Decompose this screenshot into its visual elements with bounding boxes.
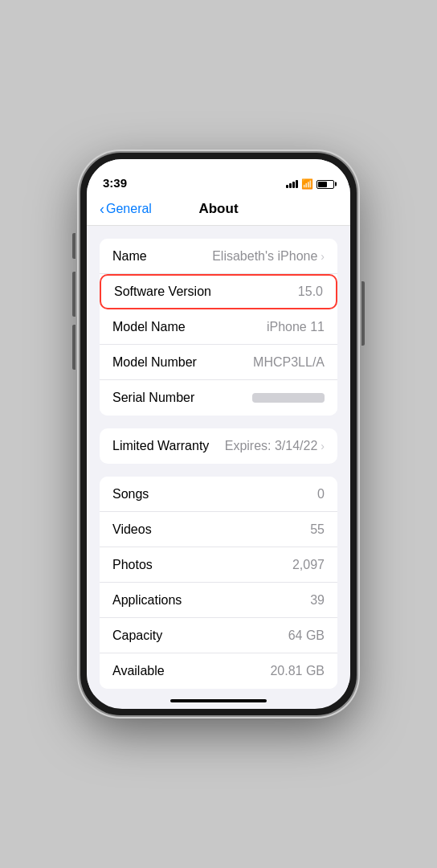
status-time: 3:39 xyxy=(103,176,127,190)
table-row: Videos 55 xyxy=(100,512,337,547)
battery-fill xyxy=(318,182,327,187)
row-label-serial-number: Serial Number xyxy=(112,391,194,405)
row-label-applications: Applications xyxy=(112,593,182,608)
signal-icon xyxy=(286,180,298,188)
status-icons: 📶 xyxy=(286,178,334,190)
status-bar: 3:39 📶 xyxy=(87,159,350,194)
battery-icon xyxy=(317,180,334,189)
row-label-songs: Songs xyxy=(112,487,149,502)
table-row[interactable]: Name Elisabeth's iPhone › xyxy=(100,239,337,274)
row-label-name: Name xyxy=(112,249,147,264)
row-label-videos: Videos xyxy=(112,522,152,537)
row-value-model-name: iPhone 11 xyxy=(267,320,325,334)
row-value-available: 20.81 GB xyxy=(270,664,325,678)
volume-down-button[interactable] xyxy=(72,325,76,370)
settings-group-1: Name Elisabeth's iPhone › Software Versi… xyxy=(100,239,337,416)
phone-screen: 3:39 📶 ‹ General About xyxy=(87,159,350,709)
settings-group-2: Limited Warranty Expires: 3/14/22 › xyxy=(100,428,337,464)
row-label-available: Available xyxy=(112,664,165,678)
phone-frame: 3:39 📶 ‹ General About xyxy=(80,153,357,715)
row-label-model-number: Model Number xyxy=(112,355,197,370)
row-value-songs: 0 xyxy=(317,487,325,502)
row-label-capacity: Capacity xyxy=(112,628,162,643)
table-row[interactable]: Model Name iPhone 11 xyxy=(100,309,337,345)
row-value-name: Elisabeth's iPhone › xyxy=(212,249,325,264)
table-row[interactable]: Limited Warranty Expires: 3/14/22 › xyxy=(100,428,337,464)
row-value-software-version: 15.0 xyxy=(298,285,323,299)
table-row[interactable]: Serial Number xyxy=(100,380,337,416)
mute-button[interactable] xyxy=(72,233,76,259)
navigation-bar: ‹ General About xyxy=(87,194,350,226)
row-value-serial-number xyxy=(252,393,325,403)
row-value-capacity: 64 GB xyxy=(288,628,325,643)
row-label-software-version: Software Version xyxy=(114,285,211,299)
settings-group-3: Songs 0 Videos 55 Photos 2,097 Applicati… xyxy=(100,477,337,689)
row-label-limited-warranty: Limited Warranty xyxy=(112,439,209,453)
volume-up-button[interactable] xyxy=(72,272,76,317)
table-row[interactable]: Software Version 15.0 xyxy=(100,274,337,309)
row-value-photos: 2,097 xyxy=(292,558,325,572)
row-label-photos: Photos xyxy=(112,558,153,572)
table-row: Photos 2,097 xyxy=(100,547,337,583)
back-label: General xyxy=(106,202,152,216)
chevron-right-icon: › xyxy=(321,250,325,263)
table-row: Capacity 64 GB xyxy=(100,618,337,653)
home-indicator[interactable] xyxy=(170,699,267,702)
table-row: Applications 39 xyxy=(100,583,337,618)
blurred-value xyxy=(252,393,325,403)
row-value-limited-warranty: Expires: 3/14/22 › xyxy=(225,439,325,453)
table-row: Available 20.81 GB xyxy=(100,653,337,689)
wifi-icon: 📶 xyxy=(301,178,313,190)
row-value-model-number: MHCP3LL/A xyxy=(253,355,325,370)
row-label-model-name: Model Name xyxy=(112,320,186,334)
table-row: Songs 0 xyxy=(100,477,337,512)
scroll-content[interactable]: Name Elisabeth's iPhone › Software Versi… xyxy=(87,226,350,695)
back-chevron-icon: ‹ xyxy=(100,202,104,216)
row-value-videos: 55 xyxy=(310,522,325,537)
page-title: About xyxy=(198,201,238,217)
chevron-right-icon: › xyxy=(321,440,325,452)
table-row[interactable]: Model Number MHCP3LL/A xyxy=(100,345,337,380)
row-value-applications: 39 xyxy=(310,593,325,608)
power-button[interactable] xyxy=(361,281,365,346)
back-button[interactable]: ‹ General xyxy=(100,202,152,216)
